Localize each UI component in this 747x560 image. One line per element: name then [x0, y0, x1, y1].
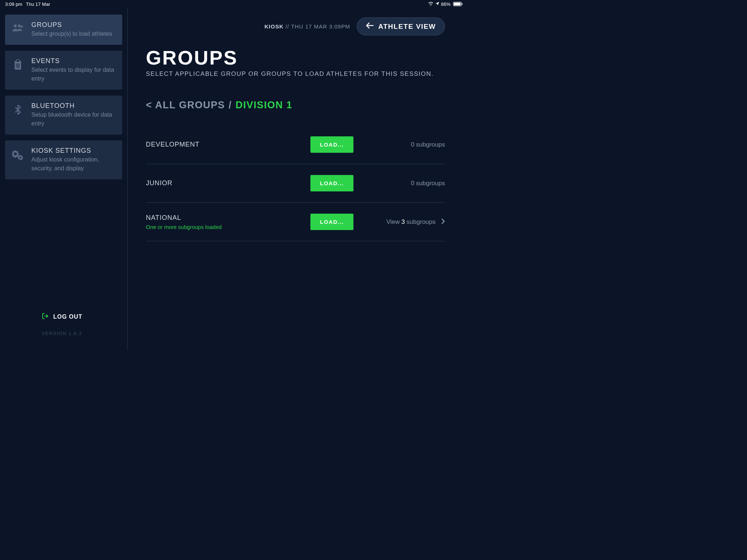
subgroup-text: 0 subgroups	[411, 180, 445, 187]
main-content: KIOSK // THU 17 MAR 3:09PM ATHLETE VIEW …	[128, 8, 467, 350]
group-name: DEVELOPMENT	[146, 141, 303, 148]
breadcrumb-nav: < ALL GROUPS / DIVISION 1	[146, 100, 445, 111]
status-date: Thu 17 Mar	[26, 1, 50, 7]
athlete-view-button[interactable]: ATHLETE VIEW	[357, 18, 445, 35]
group-name: NATIONAL	[146, 214, 303, 222]
svg-rect-5	[16, 64, 20, 65]
battery-percent: 86%	[441, 1, 450, 7]
load-button[interactable]: LOAD...	[310, 214, 353, 230]
sidebar-item-subtitle: Select events to display for data entry	[31, 66, 116, 83]
breadcrumb-current: DIVISION 1	[236, 100, 293, 111]
group-row: DEVELOPMENT LOAD... 0 subgroups	[146, 125, 445, 164]
sidebar-item-events[interactable]: EVENTS Select events to display for data…	[5, 51, 122, 90]
sidebar-item-bluetooth[interactable]: BLUETOOTH Setup bluetooth device for dat…	[5, 96, 122, 135]
gears-icon	[10, 147, 26, 173]
logout-button[interactable]: LOG OUT	[42, 312, 122, 321]
breadcrumb-separator: /	[229, 100, 232, 111]
svg-rect-7	[16, 67, 20, 67]
athlete-view-label: ATHLETE VIEW	[378, 23, 436, 31]
status-bar: 3:09 pm Thu 17 Mar 86%	[0, 0, 467, 8]
svg-rect-4	[16, 60, 19, 62]
arrow-left-icon	[366, 22, 374, 31]
logout-icon	[42, 312, 49, 321]
group-substatus: One or more subgroups loaded	[146, 224, 303, 230]
sidebar-item-subtitle: Select group(s) to load athletes	[31, 30, 116, 38]
sidebar-item-title: BLUETOOTH	[31, 102, 116, 110]
groups-icon	[10, 21, 26, 38]
sidebar: GROUPS Select group(s) to load athletes	[0, 8, 128, 350]
sidebar-item-subtitle: Adjust kiosk configuration, security, an…	[31, 155, 116, 173]
sidebar-item-subtitle: Setup bluetooth device for data entry	[31, 110, 116, 128]
bluetooth-icon	[10, 102, 26, 128]
sidebar-item-title: EVENTS	[31, 57, 116, 65]
sidebar-item-kiosk-settings[interactable]: KIOSK SETTINGS Adjust kiosk configuratio…	[5, 140, 122, 179]
sidebar-item-title: KIOSK SETTINGS	[31, 147, 116, 155]
page-subtitle: SELECT APPLICABLE GROUP OR GROUPS TO LOA…	[146, 70, 445, 78]
location-icon	[435, 1, 440, 7]
clipboard-icon	[10, 57, 26, 83]
svg-rect-6	[16, 65, 20, 66]
header-breadcrumb: KIOSK // THU 17 MAR 3:09PM	[264, 23, 350, 30]
subgroup-text: 0 subgroups	[411, 141, 445, 148]
page-title: GROUPS	[146, 46, 445, 69]
group-row: NATIONAL One or more subgroups loaded LO…	[146, 203, 445, 241]
view-subgroups-link[interactable]: View 3 subgroups	[361, 218, 445, 226]
load-button[interactable]: LOAD...	[310, 175, 353, 191]
chevron-right-icon	[441, 218, 445, 226]
group-name: JUNIOR	[146, 179, 303, 187]
sidebar-item-groups[interactable]: GROUPS Select group(s) to load athletes	[5, 15, 122, 45]
sidebar-item-title: GROUPS	[31, 21, 116, 29]
logout-label: LOG OUT	[53, 314, 82, 320]
svg-point-1	[18, 24, 21, 27]
svg-point-2	[21, 26, 23, 28]
battery-icon	[453, 2, 462, 6]
group-row: JUNIOR LOAD... 0 subgroups	[146, 164, 445, 203]
load-button[interactable]: LOAD...	[310, 136, 353, 153]
wifi-icon	[428, 1, 434, 7]
subgroup-text: View 3 subgroups	[386, 218, 436, 226]
svg-point-0	[14, 24, 17, 27]
status-time: 3:09 pm	[5, 1, 22, 7]
breadcrumb-back[interactable]: < ALL GROUPS	[146, 100, 225, 111]
version-label: VERSION 1.6.3	[42, 331, 122, 336]
